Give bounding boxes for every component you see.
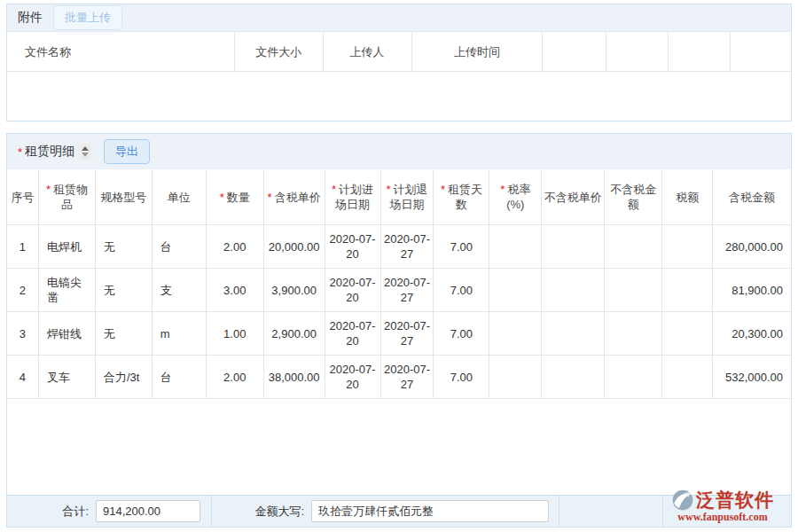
column-label: 不含税金额 [606, 182, 660, 212]
table-row[interactable]: 1 电焊机 无 台 2.00 20,000.00 2020-07-20 2020… [7, 225, 791, 269]
column-label: 租赁物品 [53, 183, 88, 211]
table-cell: 3.00 [207, 269, 264, 311]
table-cell [542, 312, 605, 355]
rental-header-bar: * 租赁明细 导出 [7, 134, 791, 169]
table-cell [662, 225, 713, 268]
table-cell: 2020-07-20 [325, 269, 381, 311]
column-header-item: *租赁物品 [39, 169, 96, 224]
table-row[interactable]: 4 叉车 合力/3t 台 2.00 38,000.00 2020-07-20 2… [7, 356, 791, 399]
column-header-tax-amount: 税额 [662, 169, 713, 224]
column-header-empty [669, 32, 731, 71]
sort-spinner[interactable] [78, 144, 91, 160]
table-cell [662, 356, 713, 398]
column-label: 计划进场日期 [335, 183, 373, 211]
table-cell: 台 [153, 225, 207, 268]
required-asterisk: * [332, 183, 336, 196]
column-header-spec: 规格型号 [96, 169, 153, 224]
required-asterisk: * [220, 191, 224, 204]
table-cell: 台 [153, 356, 207, 398]
column-header-planned-exit-date: *计划退场日期 [381, 169, 434, 224]
table-cell [542, 356, 605, 398]
column-header-taxed-amount: 含税金额 [713, 169, 791, 224]
required-asterisk: * [268, 191, 272, 204]
table-cell [489, 312, 542, 355]
table-cell: 无 [96, 269, 153, 311]
table-cell: 2020-07-20 [325, 225, 381, 268]
table-cell: 1 [7, 225, 39, 268]
table-cell: 无 [96, 225, 153, 268]
table-cell: 81,900.00 [713, 269, 791, 311]
table-cell [542, 225, 605, 268]
table-cell [489, 225, 542, 268]
table-cell [489, 269, 542, 311]
column-header-untaxed-amount: 不含税金额 [605, 169, 662, 224]
table-cell: 支 [153, 269, 207, 311]
attachment-empty-body [7, 72, 791, 121]
attachment-title: 附件 [18, 10, 43, 26]
rental-title: 租赁明细 [25, 144, 74, 160]
column-header-empty [731, 32, 791, 71]
table-cell: 20,000.00 [264, 225, 325, 268]
table-cell [605, 356, 662, 398]
export-button[interactable]: 导出 [104, 139, 150, 164]
column-header-upload-time: 上传时间 [412, 32, 544, 71]
batch-upload-button[interactable]: 批量上传 [53, 5, 122, 30]
table-cell [489, 356, 542, 398]
column-header-taxed-unit-price: *含税单价 [264, 169, 325, 224]
column-header-file-size: 文件大小 [235, 32, 324, 71]
table-cell: 2020-07-20 [325, 312, 381, 355]
table-cell: 焊钳线 [39, 312, 96, 355]
table-cell: 合力/3t [96, 356, 153, 398]
required-asterisk: * [500, 183, 505, 196]
column-header-file-name: 文件名称 [7, 32, 235, 71]
table-cell: 2 [7, 269, 39, 311]
table-cell [662, 312, 713, 355]
footer-spacer-cell [559, 496, 662, 527]
sort-up-icon [82, 146, 89, 151]
column-label: 含税单价 [275, 191, 321, 204]
column-label: 税率(%) [506, 183, 530, 211]
rental-detail-panel: * 租赁明细 导出 序号 *租赁物品 规格型号 单位 *数量 *含税单价 *计划… [6, 133, 792, 528]
column-label: 税额 [676, 190, 699, 205]
table-row[interactable]: 2 电镐尖凿 无 支 3.00 3,900.00 2020-07-20 2020… [7, 269, 791, 312]
table-cell [605, 225, 662, 268]
table-cell [542, 269, 605, 311]
brand-watermark: 泛普软件 www.fanpusoft.com [660, 488, 786, 524]
table-cell: 2.00 [207, 225, 264, 268]
table-row[interactable]: 3 焊钳线 无 m 1.00 2,900.00 2020-07-20 2020-… [7, 312, 791, 356]
required-asterisk: * [386, 183, 390, 196]
table-cell: 2020-07-27 [381, 356, 434, 398]
column-header-uploader: 上传人 [324, 32, 412, 71]
rental-empty-body [7, 399, 791, 495]
fanpu-logo-icon [671, 489, 694, 512]
table-cell: 532,000.00 [713, 356, 791, 398]
column-label: 计划退场日期 [389, 183, 427, 211]
table-cell: 2.00 [207, 356, 264, 398]
column-label: 租赁天数 [448, 183, 482, 211]
rental-table-header: 序号 *租赁物品 规格型号 单位 *数量 *含税单价 *计划进场日期 *计划退场… [7, 169, 791, 225]
required-asterisk: * [18, 145, 22, 159]
table-cell: 3 [7, 312, 39, 355]
attachment-panel: 附件 批量上传 文件名称 文件大小 上传人 上传时间 [6, 4, 792, 121]
required-asterisk: * [46, 183, 51, 196]
amount-in-words-cell: 金额大写: [211, 496, 559, 527]
table-cell: 7.00 [434, 225, 489, 268]
table-cell: 电焊机 [39, 225, 96, 268]
table-cell: 7.00 [434, 312, 489, 355]
column-header-unit: 单位 [153, 169, 207, 224]
table-cell: 2020-07-20 [325, 356, 381, 398]
table-cell: 2020-07-27 [381, 225, 434, 268]
table-cell: 280,000.00 [713, 225, 791, 268]
total-input[interactable] [96, 500, 200, 522]
table-cell: 2020-07-27 [381, 269, 434, 311]
sort-down-icon [82, 153, 89, 157]
table-cell: 38,000.00 [264, 356, 325, 398]
amount-in-words-label: 金额大写: [212, 504, 311, 520]
table-cell: 1.00 [207, 312, 264, 355]
attachment-header-bar: 附件 批量上传 [7, 4, 791, 32]
amount-in-words-input[interactable] [311, 500, 549, 522]
table-cell: 电镐尖凿 [39, 269, 96, 311]
table-cell [605, 269, 662, 311]
attachment-table-header: 文件名称 文件大小 上传人 上传时间 [7, 32, 791, 72]
table-cell: 20,300.00 [713, 312, 791, 355]
